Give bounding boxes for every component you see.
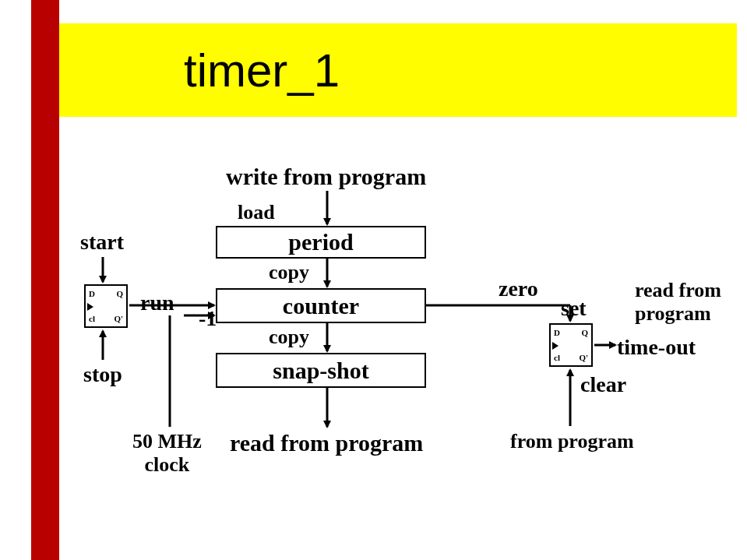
diagram: write from program load period copy coun… xyxy=(0,0,747,560)
arrows-svg xyxy=(0,0,747,560)
